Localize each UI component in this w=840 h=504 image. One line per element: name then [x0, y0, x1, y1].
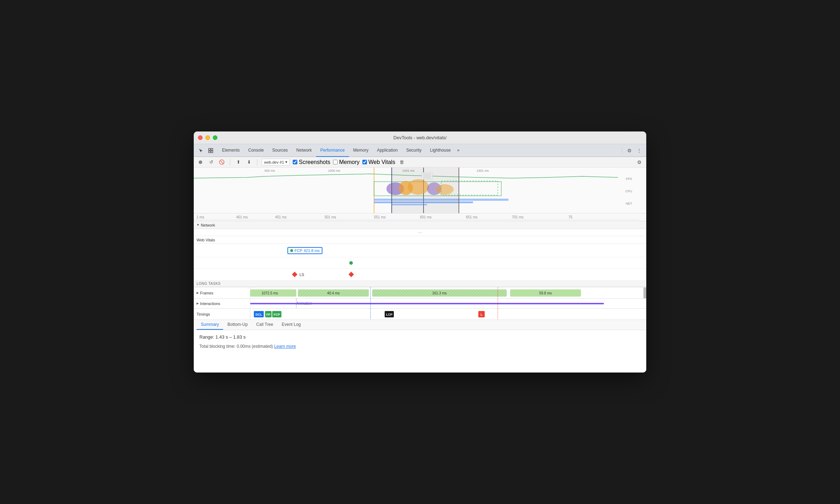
tab-performance[interactable]: Performance — [316, 144, 349, 157]
svg-rect-28 — [392, 168, 459, 213]
frames-row: ▶ Frames 1072.5 ms 40.4 ms — [194, 287, 646, 299]
svg-rect-54 — [250, 303, 604, 304]
svg-rect-1 — [211, 148, 213, 150]
tab-sources[interactable]: Sources — [268, 144, 292, 157]
learn-more-link[interactable]: Learn more — [274, 344, 296, 349]
svg-text:FCP: FCP — [274, 313, 280, 316]
tab-elements[interactable]: Elements — [218, 144, 244, 157]
devtools-body: Elements Console Sources Network Perform… — [194, 144, 646, 373]
web-vitals-header: Web Vitals — [194, 236, 646, 244]
bottom-tabs: Summary Bottom-Up Call Tree Event Log — [194, 320, 646, 330]
svg-text:451 ms: 451 ms — [275, 215, 287, 219]
tab-application[interactable]: Application — [373, 144, 402, 157]
tab-memory[interactable]: Memory — [349, 144, 373, 157]
summary-range: Range: 1.43 s – 1.83 s — [199, 334, 641, 340]
frames-content: 1072.5 ms 40.4 ms 161.3 ms 59.8 ms — [250, 287, 646, 298]
svg-text:551 ms: 551 ms — [374, 215, 386, 219]
fcp-badge[interactable]: FCP 421.8 ms — [287, 247, 322, 254]
svg-text:LCP: LCP — [386, 313, 392, 316]
triangle-icon: ▼ — [197, 223, 199, 227]
sep1 — [230, 159, 230, 165]
tab-call-tree[interactable]: Call Tree — [252, 320, 278, 330]
refresh-button[interactable]: ↺ — [207, 158, 215, 166]
svg-rect-0 — [209, 148, 210, 150]
more-icon[interactable]: ⋮ — [635, 146, 643, 155]
chevron-down-icon: ▾ — [285, 160, 287, 164]
delete-icon[interactable]: 🗑 — [398, 158, 406, 166]
network-track-header[interactable]: ▼ Network — [194, 221, 646, 229]
svg-text:75: 75 — [568, 215, 573, 219]
svg-text:1901 ms: 1901 ms — [477, 169, 489, 172]
time-ruler: 1 ms 401 ms 451 ms 501 ms 551 ms 601 ms … — [194, 213, 646, 221]
timeline-overview[interactable]: 500 ms 1000 ms 1401 ms 1901 ms FPS CPU N… — [194, 168, 646, 213]
settings-icon[interactable]: ⚙ — [625, 146, 634, 155]
scrollbar-thumb[interactable] — [643, 287, 646, 298]
svg-point-4 — [199, 160, 202, 164]
svg-text:40.4 ms: 40.4 ms — [327, 291, 340, 295]
track-dots: ··· — [194, 229, 646, 236]
svg-text:FPS: FPS — [626, 177, 632, 181]
tab-lighthouse[interactable]: Lighthouse — [426, 144, 455, 157]
memory-checkbox[interactable]: Memory — [333, 159, 360, 165]
svg-text:1072.5 ms: 1072.5 ms — [262, 291, 278, 295]
tab-bar-right: ⚙ ⋮ — [620, 146, 643, 155]
download-button[interactable]: ⬇ — [245, 158, 253, 166]
web-vitals-section: Web Vitals FCP 421.8 ms — [194, 236, 646, 287]
tab-bar: Elements Console Sources Network Perform… — [194, 144, 646, 157]
traffic-lights — [198, 135, 217, 140]
record-button[interactable] — [197, 158, 204, 166]
svg-text:1000 ms: 1000 ms — [328, 169, 340, 172]
svg-text:NET: NET — [626, 202, 632, 205]
fcp-row: FCP 421.8 ms — [194, 244, 646, 257]
svg-text:DCL: DCL — [256, 313, 262, 316]
svg-text:401 ms: 401 ms — [236, 215, 248, 219]
ls-row: LS — [194, 269, 646, 281]
cursor-icon[interactable] — [197, 146, 205, 155]
inspect-icon[interactable] — [206, 146, 215, 155]
interactions-label[interactable]: ▶ Interactions — [194, 299, 250, 308]
tab-bottom-up[interactable]: Bottom-Up — [223, 320, 252, 330]
maximize-button[interactable] — [213, 135, 217, 140]
separator — [622, 147, 622, 154]
svg-rect-3 — [211, 151, 213, 153]
tab-event-log[interactable]: Event Log — [278, 320, 305, 330]
tab-more[interactable]: » — [455, 144, 462, 157]
interactions-row: ▶ Interactions Animation — [194, 299, 646, 309]
lcp-dot — [349, 261, 353, 265]
ls-diamond-2 — [349, 272, 354, 277]
svg-text:FP: FP — [266, 313, 270, 316]
timings-content: DCL FP FCP LCP — [250, 309, 646, 320]
tab-network[interactable]: Network — [292, 144, 316, 157]
fcp-dot — [290, 249, 293, 252]
timeline-main: 1 ms 401 ms 451 ms 501 ms 551 ms 601 ms … — [194, 213, 646, 373]
tab-summary[interactable]: Summary — [197, 320, 223, 330]
frames-label[interactable]: ▶ Frames — [194, 287, 250, 298]
svg-text:500 ms: 500 ms — [264, 169, 275, 172]
upload-button[interactable]: ⬆ — [234, 158, 242, 166]
svg-text:1 ms: 1 ms — [197, 215, 204, 219]
tab-security[interactable]: Security — [402, 144, 426, 157]
clear-button[interactable]: 🚫 — [218, 158, 226, 166]
titlebar: DevTools - web.dev/vitals/ — [194, 131, 646, 144]
svg-text:651 ms: 651 ms — [466, 215, 478, 219]
screenshots-checkbox[interactable]: Screenshots — [293, 159, 330, 165]
performance-toolbar: ↺ 🚫 ⬆ ⬇ web.dev #1 ▾ Screenshots Memory … — [194, 157, 646, 168]
tab-console[interactable]: Console — [244, 144, 268, 157]
capture-settings-icon[interactable]: ⚙ — [635, 158, 643, 166]
svg-text:701 ms: 701 ms — [512, 215, 524, 219]
devtools-window: DevTools - web.dev/vitals/ — [194, 131, 646, 373]
minimize-button[interactable] — [205, 135, 210, 140]
lcp-row — [194, 257, 646, 269]
close-button[interactable] — [198, 135, 203, 140]
sep2 — [257, 159, 257, 165]
scrollbar-track[interactable] — [643, 287, 646, 298]
web-vitals-checkbox[interactable]: Web Vitals — [362, 159, 395, 165]
long-tasks-label: LONG TASKS — [194, 281, 646, 287]
timings-label[interactable]: Timings — [194, 309, 250, 320]
svg-rect-2 — [209, 151, 210, 153]
svg-text:L: L — [480, 313, 483, 316]
timings-row: Timings DCL FP FCP — [194, 309, 646, 320]
session-selector[interactable]: web.dev #1 ▾ — [262, 159, 290, 165]
summary-panel: Range: 1.43 s – 1.83 s Total blocking ti… — [194, 330, 646, 373]
ls-diamond-1 — [292, 272, 298, 277]
